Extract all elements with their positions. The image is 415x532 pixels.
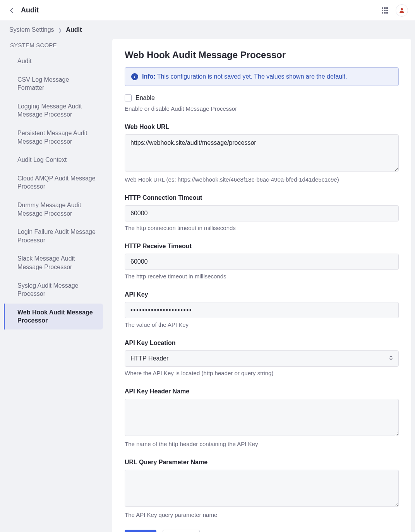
help-api-key-header: The name of the http header containing t… [125, 441, 399, 447]
field-conn-timeout: HTTP Connection Timeout The http connect… [125, 194, 399, 231]
sidebar-heading: SYSTEM SCOPE [4, 40, 103, 52]
user-avatar[interactable] [396, 4, 408, 17]
field-recv-timeout: HTTP Receive Timeout The http receive ti… [125, 243, 399, 280]
grid-icon [382, 7, 388, 14]
page-title: Web Hook Audit Message Processor [125, 50, 399, 60]
label-recv-timeout: HTTP Receive Timeout [125, 243, 399, 250]
enable-help: Enable or disable Audit Message Processo… [125, 105, 399, 112]
help-recv-timeout: The http receive timeout in milliseconds [125, 273, 399, 280]
enable-checkbox[interactable] [125, 94, 132, 101]
svg-rect-7 [384, 12, 386, 14]
label-url-query: URL Query Parameter Name [125, 459, 399, 466]
chevron-left-icon [10, 7, 14, 14]
breadcrumb-root[interactable]: System Settings [9, 26, 54, 33]
input-recv-timeout[interactable] [125, 254, 399, 270]
info-icon: i [131, 73, 138, 80]
sidebar-item[interactable]: Persistent Message Audit Message Process… [4, 124, 103, 150]
user-icon [399, 7, 405, 14]
input-webhook-url[interactable] [125, 134, 399, 172]
help-api-key: The value of the API Key [125, 321, 399, 328]
info-text: This configuration is not saved yet. The… [157, 73, 347, 80]
settings-card: Web Hook Audit Message Processor i Info:… [112, 39, 411, 532]
topbar-right [379, 4, 408, 17]
enable-label: Enable [135, 94, 155, 101]
sidebar-item[interactable]: Syslog Audit Message Processor [4, 277, 103, 303]
breadcrumb: System Settings ❯ Audit [0, 21, 415, 39]
svg-rect-1 [384, 7, 386, 9]
sidebar-item[interactable]: Login Failure Audit Message Processor [4, 223, 103, 249]
select-value: HTTP Header [130, 354, 389, 363]
layout: SYSTEM SCOPE AuditCSV Log Message Format… [0, 39, 415, 532]
input-url-query[interactable] [125, 470, 399, 507]
select-api-key-location[interactable]: HTTP Header [125, 350, 399, 367]
svg-rect-8 [386, 12, 388, 14]
input-conn-timeout[interactable] [125, 205, 399, 221]
field-url-query: URL Query Parameter Name The API Key que… [125, 459, 399, 518]
label-api-key-location: API Key Location [125, 340, 399, 347]
label-webhook-url: Web Hook URL [125, 124, 399, 130]
select-caret-icon [389, 354, 393, 363]
svg-rect-2 [386, 7, 388, 9]
label-conn-timeout: HTTP Connection Timeout [125, 194, 399, 201]
svg-rect-4 [384, 10, 386, 11]
help-conn-timeout: The http connection timeout in milliseco… [125, 225, 399, 231]
label-api-key: API Key [125, 291, 399, 298]
svg-rect-3 [382, 10, 383, 11]
help-webhook-url: Web Hook URL (es: https://webhook.site/4… [125, 176, 399, 183]
cancel-button[interactable]: Cancel [163, 530, 200, 532]
sidebar-item[interactable]: Web Hook Audit Message Processor [4, 304, 103, 329]
sidebar: SYSTEM SCOPE AuditCSV Log Message Format… [4, 39, 103, 330]
svg-rect-0 [382, 7, 383, 9]
help-api-key-location: Where the API Key is located (http heade… [125, 370, 399, 376]
field-webhook-url: Web Hook URL Web Hook URL (es: https://w… [125, 124, 399, 183]
enable-row: Enable [125, 94, 399, 101]
field-api-key-header: API Key Header Name The name of the http… [125, 388, 399, 447]
sidebar-item[interactable]: CSV Log Message Formatter [4, 71, 103, 97]
info-banner: i Info: This configuration is not saved … [125, 67, 399, 86]
field-api-key: API Key The value of the API Key [125, 291, 399, 328]
page-topbar-title: Audit [21, 6, 39, 14]
apps-grid-button[interactable] [379, 5, 390, 16]
back-button[interactable] [8, 7, 15, 14]
svg-rect-5 [386, 10, 388, 11]
label-api-key-header: API Key Header Name [125, 388, 399, 395]
save-button[interactable]: Save [125, 530, 156, 532]
form-actions: Save Cancel [125, 530, 399, 532]
sidebar-item[interactable]: Cloud AMQP Audit Message Processor [4, 170, 103, 196]
svg-point-9 [401, 8, 403, 10]
input-api-key-header[interactable] [125, 399, 399, 436]
svg-rect-6 [382, 12, 383, 14]
sidebar-item[interactable]: Logging Message Audit Message Processor [4, 98, 103, 124]
main-content: Web Hook Audit Message Processor i Info:… [112, 39, 411, 532]
sidebar-item[interactable]: Audit [4, 52, 103, 70]
field-api-key-location: API Key Location HTTP Header Where the A… [125, 340, 399, 376]
breadcrumb-current: Audit [66, 26, 82, 33]
sidebar-item[interactable]: Audit Log Context [4, 151, 103, 169]
topbar-left: Audit [8, 6, 39, 14]
info-label: Info: [142, 73, 156, 80]
chevron-right-icon: ❯ [56, 27, 64, 33]
sidebar-item[interactable]: Slack Message Audit Message Processor [4, 250, 103, 276]
input-api-key[interactable] [125, 302, 399, 318]
sidebar-item[interactable]: Dummy Message Audit Message Processor [4, 196, 103, 222]
topbar: Audit [0, 0, 415, 21]
help-url-query: The API Key query parameter name [125, 511, 399, 518]
